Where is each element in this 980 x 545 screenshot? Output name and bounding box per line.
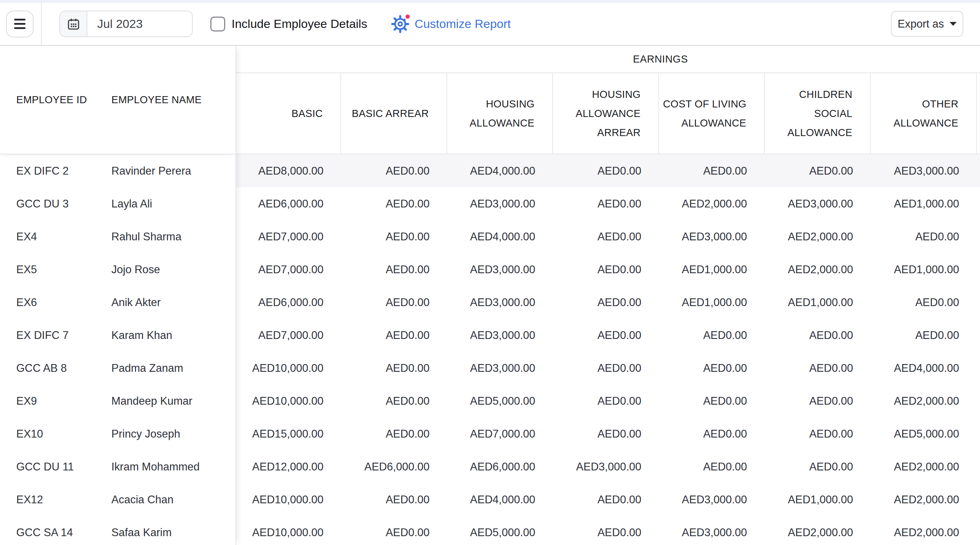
table-row-frozen[interactable]: EX5Jojo Rose bbox=[0, 253, 235, 286]
table-row-frozen[interactable]: GCC DU 11Ikram Mohammed bbox=[0, 450, 235, 483]
amount-cell: AED0.00 bbox=[341, 263, 447, 276]
column-overflow-stub bbox=[977, 73, 980, 154]
customize-report-link[interactable]: Customize Report bbox=[390, 14, 511, 34]
amount-cell: AED0.00 bbox=[553, 526, 659, 539]
amount-cell: AED0.00 bbox=[341, 493, 447, 506]
amount-cell: AED4,000.00 bbox=[447, 230, 553, 243]
amount-cell: AED0.00 bbox=[341, 329, 447, 342]
customize-report-label[interactable]: Customize Report bbox=[415, 17, 511, 31]
table-row-frozen[interactable]: EX DIFC 2Ravinder Perera bbox=[0, 154, 235, 187]
column-header-line: CHILDREN bbox=[799, 85, 853, 104]
amount-cell: AED0.00 bbox=[553, 296, 659, 309]
table-row[interactable]: AED6,000.00AED0.00AED3,000.00AED0.00AED1… bbox=[236, 286, 980, 319]
table-row[interactable]: AED7,000.00AED0.00AED3,000.00AED0.00AED0… bbox=[236, 319, 980, 352]
table-row[interactable]: AED6,000.00AED0.00AED3,000.00AED0.00AED2… bbox=[236, 187, 980, 220]
table-row-frozen[interactable]: GCC AB 8Padma Zanam bbox=[0, 352, 235, 385]
amount-cell: AED4,000.00 bbox=[447, 493, 553, 506]
employee-id-cell: GCC DU 3 bbox=[0, 197, 111, 210]
amount-cell: AED3,000.00 bbox=[447, 197, 553, 210]
amount-cell: AED0.00 bbox=[553, 263, 659, 276]
amount-cell: AED0.00 bbox=[553, 362, 659, 375]
amount-cell: AED3,000.00 bbox=[447, 362, 553, 375]
include-details-label[interactable]: Include Employee Details bbox=[232, 17, 368, 31]
table-row-frozen[interactable]: EX9Mandeep Kumar bbox=[0, 385, 235, 418]
amount-cell: AED2,000.00 bbox=[871, 493, 977, 506]
amount-cell: AED3,000.00 bbox=[659, 230, 765, 243]
earnings-group-label: EARNINGS bbox=[633, 53, 687, 65]
amount-cell: AED0.00 bbox=[553, 165, 659, 178]
column-header-line: SOCIAL bbox=[814, 104, 853, 123]
employee-id-cell: GCC DU 11 bbox=[0, 461, 111, 473]
amount-cell: AED0.00 bbox=[341, 526, 447, 539]
column-header: COST OF LIVINGALLOWANCE bbox=[659, 73, 765, 154]
amount-cell: AED7,000.00 bbox=[236, 329, 341, 342]
calendar-icon bbox=[60, 11, 88, 37]
employee-id-cell: EX4 bbox=[0, 230, 111, 243]
menu-button[interactable] bbox=[6, 11, 33, 38]
table-row-frozen[interactable]: EX4Rahul Sharma bbox=[0, 220, 235, 253]
employee-name-cell: Princy Joseph bbox=[111, 427, 235, 440]
column-header-line: ALLOWANCE bbox=[788, 123, 853, 142]
table-row[interactable]: AED10,000.00AED0.00AED5,000.00AED0.00AED… bbox=[236, 385, 980, 418]
amount-cell: AED0.00 bbox=[341, 165, 447, 178]
table-row[interactable]: AED10,000.00AED0.00AED4,000.00AED0.00AED… bbox=[236, 483, 980, 516]
include-details-checkbox[interactable] bbox=[210, 17, 225, 32]
table-row-frozen[interactable]: EX12Acacia Chan bbox=[0, 483, 235, 516]
amount-cell: AED0.00 bbox=[553, 427, 659, 440]
table-row[interactable]: AED10,000.00AED0.00AED3,000.00AED0.00AED… bbox=[236, 352, 980, 385]
amount-cell: AED0.00 bbox=[871, 296, 977, 309]
column-header-line: ALLOWANCE bbox=[469, 113, 535, 132]
table-row[interactable]: AED8,000.00AED0.00AED4,000.00AED0.00AED0… bbox=[236, 154, 980, 187]
amount-cell: AED0.00 bbox=[659, 165, 765, 178]
amount-cell: AED0.00 bbox=[765, 362, 871, 375]
amount-cell: AED3,000.00 bbox=[871, 165, 977, 178]
amount-cell: AED0.00 bbox=[553, 493, 659, 506]
earnings-scroll-area[interactable]: EARNINGS BASICBASIC ARREARHOUSINGALLOWAN… bbox=[236, 46, 980, 545]
top-strip bbox=[0, 0, 980, 3]
employee-id-cell: EX DIFC 2 bbox=[0, 165, 111, 178]
column-header: HOUSINGALLOWANCEARREAR bbox=[553, 73, 659, 154]
amount-cell: AED6,000.00 bbox=[447, 461, 553, 473]
table-row-frozen[interactable]: EX DIFC 7Karam Khan bbox=[0, 319, 235, 352]
column-header-line: ALLOWANCE bbox=[893, 113, 958, 132]
employee-name-cell: Padma Zanam bbox=[111, 362, 235, 375]
table-row[interactable]: AED10,000.00AED0.00AED5,000.00AED0.00AED… bbox=[236, 516, 980, 545]
table-row[interactable]: AED7,000.00AED0.00AED3,000.00AED0.00AED1… bbox=[236, 253, 980, 286]
employee-id-cell: EX12 bbox=[0, 493, 111, 506]
amount-cell: AED2,000.00 bbox=[765, 263, 871, 276]
earnings-scroll-content: EARNINGS BASICBASIC ARREARHOUSINGALLOWAN… bbox=[236, 46, 980, 545]
amount-cell: AED4,000.00 bbox=[447, 165, 553, 178]
month-picker[interactable]: Jul 2023 bbox=[59, 11, 192, 37]
table-row-frozen[interactable]: EX6Anik Akter bbox=[0, 286, 235, 319]
amount-cell: AED3,000.00 bbox=[447, 263, 553, 276]
column-header: BASIC ARREAR bbox=[341, 73, 447, 154]
table-row[interactable]: AED15,000.00AED0.00AED7,000.00AED0.00AED… bbox=[236, 418, 980, 450]
table-row[interactable]: AED12,000.00AED6,000.00AED6,000.00AED3,0… bbox=[236, 450, 980, 483]
amount-cell: AED1,000.00 bbox=[765, 493, 871, 506]
column-header-line: ALLOWANCE bbox=[681, 113, 746, 132]
amount-cell: AED3,000.00 bbox=[447, 329, 553, 342]
export-as-label: Export as bbox=[897, 17, 944, 30]
amount-cell: AED0.00 bbox=[659, 461, 765, 473]
amount-cell: AED0.00 bbox=[659, 329, 765, 342]
amount-cell: AED0.00 bbox=[553, 197, 659, 210]
table-row[interactable]: AED7,000.00AED0.00AED4,000.00AED0.00AED3… bbox=[236, 220, 980, 253]
amount-cell: AED0.00 bbox=[341, 395, 447, 407]
table-row-frozen[interactable]: EX10Princy Joseph bbox=[0, 418, 235, 450]
column-header-line: ARREAR bbox=[597, 123, 641, 142]
amount-cell: AED0.00 bbox=[659, 362, 765, 375]
amount-cell: AED10,000.00 bbox=[236, 362, 341, 375]
amount-cell: AED0.00 bbox=[871, 230, 977, 243]
month-picker-value[interactable]: Jul 2023 bbox=[88, 11, 192, 37]
amount-cell: AED10,000.00 bbox=[236, 526, 341, 539]
toolbar: Jul 2023 Include Employee Details bbox=[0, 3, 980, 46]
employee-id-cell: EX DIFC 7 bbox=[0, 329, 111, 342]
amount-cell: AED15,000.00 bbox=[236, 427, 341, 440]
amount-cell: AED0.00 bbox=[765, 165, 871, 178]
employee-id-cell: GCC AB 8 bbox=[0, 362, 111, 375]
amount-cell: AED0.00 bbox=[659, 395, 765, 407]
table-row-frozen[interactable]: GCC SA 14Safaa Karim bbox=[0, 516, 235, 545]
table-row-frozen[interactable]: GCC DU 3Layla Ali bbox=[0, 187, 235, 220]
amount-cell: AED12,000.00 bbox=[236, 461, 341, 473]
export-as-button[interactable]: Export as bbox=[891, 11, 963, 37]
